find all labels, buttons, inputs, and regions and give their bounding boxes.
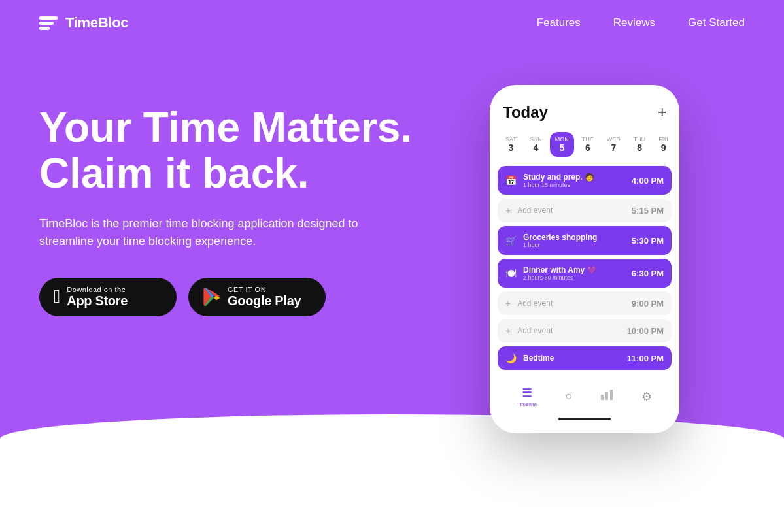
phone-nav-settings[interactable]: ⚙ xyxy=(641,390,652,404)
nav-features[interactable]: Features xyxy=(537,16,581,29)
bedtime-name: Bedtime xyxy=(523,354,621,363)
study-time: 4:00 PM xyxy=(632,176,664,186)
google-play-main: Google Play xyxy=(228,293,301,308)
logo-icon xyxy=(39,16,58,30)
day-sun-num: 4 xyxy=(533,142,538,153)
day-fri-num: 9 xyxy=(661,142,666,153)
app-store-text: Download on the App Store xyxy=(67,286,128,308)
hero-section: TimeBloc Features Reviews Get Started Yo… xyxy=(0,0,784,532)
dinner-name: Dinner with Amy 💜 xyxy=(523,265,625,274)
add1-icon: + xyxy=(505,205,511,216)
dinner-icon: 🍽️ xyxy=(505,268,517,278)
study-info: Study and prep. 🧑 1 hour 15 minutes xyxy=(523,173,625,188)
dinner-duration: 2 hours 30 minutes xyxy=(523,274,625,281)
groceries-time: 5:30 PM xyxy=(632,236,664,246)
day-wed-label: WED xyxy=(607,136,621,142)
add2-time: 9:00 PM xyxy=(632,299,664,308)
hero-left: Your Time Matters. Claim it back. TimeBl… xyxy=(39,85,490,316)
schedule-item-add1[interactable]: + Add event 5:15 PM xyxy=(498,199,672,222)
day-thu-label: THU xyxy=(634,136,646,142)
day-tue-label: TUE xyxy=(582,136,594,142)
timeline-icon: ☰ xyxy=(522,386,532,400)
logo-bar-1 xyxy=(39,16,58,20)
add3-label: Add event xyxy=(517,326,620,335)
study-icon: 📅 xyxy=(505,175,517,186)
logo-area: TimeBloc xyxy=(39,14,128,31)
phone-bottom-nav: ☰ Timeline ○ xyxy=(490,376,679,412)
day-wed-num: 7 xyxy=(611,142,616,153)
day-thu[interactable]: THU 8 xyxy=(628,132,651,157)
phone-home-bar xyxy=(558,418,611,420)
bedtime-info: Bedtime xyxy=(523,354,621,363)
dinner-info: Dinner with Amy 💜 2 hours 30 minutes xyxy=(523,265,625,281)
phone-mockup: Today + SAT 3 SUN 4 MON 5 xyxy=(490,85,679,433)
store-buttons:  Download on the App Store GE xyxy=(39,278,490,316)
calendar-nav-icon: ○ xyxy=(566,390,573,403)
apple-icon:  xyxy=(54,286,60,307)
day-tue[interactable]: TUE 6 xyxy=(577,132,599,157)
add1-time: 5:15 PM xyxy=(632,206,664,216)
app-store-main: App Store xyxy=(67,293,128,308)
day-tue-num: 6 xyxy=(585,142,590,153)
schedule-item-add3[interactable]: + Add event 10:00 PM xyxy=(498,319,672,342)
phone-nav-timeline[interactable]: ☰ Timeline xyxy=(517,386,537,407)
google-play-text: GET IT ON Google Play xyxy=(228,286,301,308)
schedule-item-study[interactable]: 📅 Study and prep. 🧑 1 hour 15 minutes 4:… xyxy=(498,166,672,195)
phone-header: Today + xyxy=(490,98,679,132)
study-duration: 1 hour 15 minutes xyxy=(523,182,625,188)
svg-rect-1 xyxy=(605,392,608,400)
day-selector: SAT 3 SUN 4 MON 5 TUE 6 xyxy=(490,132,679,157)
add2-label: Add event xyxy=(517,299,625,308)
add3-time: 10:00 PM xyxy=(627,326,664,336)
day-wed[interactable]: WED 7 xyxy=(602,132,626,157)
day-sat-num: 3 xyxy=(509,142,514,153)
header: TimeBloc Features Reviews Get Started xyxy=(0,0,784,46)
schedule-item-dinner[interactable]: 🍽️ Dinner with Amy 💜 2 hours 30 minutes … xyxy=(498,259,672,288)
bedtime-icon: 🌙 xyxy=(505,353,517,363)
day-sat[interactable]: SAT 3 xyxy=(500,132,522,157)
schedule-item-bedtime[interactable]: 🌙 Bedtime 11:00 PM xyxy=(498,346,672,370)
day-mon-label: MON xyxy=(555,136,569,142)
schedule-item-add2[interactable]: + Add event 9:00 PM xyxy=(498,291,672,315)
phone-nav-stats[interactable] xyxy=(601,390,613,403)
dinner-time: 6:30 PM xyxy=(632,269,664,278)
nav-reviews[interactable]: Reviews xyxy=(613,16,655,29)
google-play-sub: GET IT ON xyxy=(228,286,301,293)
hero-heading-line1: Your Time Matters. xyxy=(39,104,412,151)
app-store-button[interactable]:  Download on the App Store xyxy=(39,278,177,316)
schedule-item-groceries[interactable]: 🛒 Groceries shopping 1 hour 5:30 PM xyxy=(498,226,672,255)
google-play-icon xyxy=(203,288,221,306)
google-play-button[interactable]: GET IT ON Google Play xyxy=(188,278,326,316)
add2-icon: + xyxy=(505,298,511,308)
study-name: Study and prep. 🧑 xyxy=(523,173,625,182)
add1-label: Add event xyxy=(517,206,625,215)
day-sun-label: SUN xyxy=(530,136,542,142)
hero-content: Your Time Matters. Claim it back. TimeBl… xyxy=(0,46,784,433)
bedtime-time: 11:00 PM xyxy=(627,354,664,363)
app-store-sub: Download on the xyxy=(67,286,128,293)
day-fri-label: FRI xyxy=(658,136,668,142)
logo-bar-3 xyxy=(39,27,50,30)
hero-heading: Your Time Matters. Claim it back. xyxy=(39,105,490,197)
svg-rect-0 xyxy=(601,395,604,400)
day-mon[interactable]: MON 5 xyxy=(550,132,574,157)
schedule-list: 📅 Study and prep. 🧑 1 hour 15 minutes 4:… xyxy=(490,166,679,370)
day-mon-num: 5 xyxy=(559,142,564,153)
groceries-name: Groceries shopping xyxy=(523,233,625,242)
day-sat-label: SAT xyxy=(505,136,517,142)
phone-mockup-container: Today + SAT 3 SUN 4 MON 5 xyxy=(490,85,692,433)
nav: Features Reviews Get Started xyxy=(537,16,745,29)
phone-nav-calendar[interactable]: ○ xyxy=(566,390,573,403)
day-sun[interactable]: SUN 4 xyxy=(524,132,547,157)
phone-add-button[interactable]: + xyxy=(658,104,666,121)
logo-bar-2 xyxy=(39,22,54,25)
logo-text: TimeBloc xyxy=(65,14,128,31)
hero-description: TimeBloc is the premier time blocking ap… xyxy=(39,215,379,250)
groceries-duration: 1 hour xyxy=(523,242,625,248)
timeline-label: Timeline xyxy=(517,401,537,407)
svg-rect-2 xyxy=(610,390,613,400)
nav-get-started[interactable]: Get Started xyxy=(688,16,745,29)
day-fri[interactable]: FRI 9 xyxy=(653,132,673,157)
groceries-icon: 🛒 xyxy=(505,235,517,246)
day-thu-num: 8 xyxy=(637,142,642,153)
